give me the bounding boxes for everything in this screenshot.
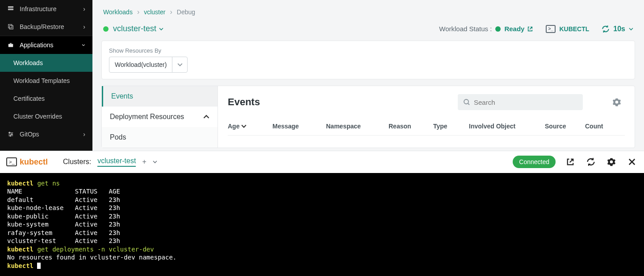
sort-desc-icon (241, 124, 247, 129)
col-namespace[interactable]: Namespace (326, 123, 389, 130)
sidebar-item-backup[interactable]: Backup/Restore › (0, 18, 92, 36)
svg-point-9 (464, 99, 468, 104)
col-type[interactable]: Type (433, 123, 469, 130)
filter-selected: Workload(vcluster) (109, 57, 172, 72)
caret-down-icon (629, 27, 633, 31)
refresh-value: 10s (613, 25, 625, 33)
col-involved[interactable]: Involved Object (469, 123, 545, 130)
svg-point-7 (11, 134, 13, 135)
term-output-row: rafay-system Active 23h (7, 229, 637, 237)
breadcrumb-current: Debug (177, 8, 195, 16)
chevron-right-icon: › (83, 23, 85, 30)
term-output-row: default Active 23h (7, 196, 637, 204)
status-dot-icon (103, 26, 109, 32)
term-output-msg: No resources found in vcluster-dev names… (7, 253, 637, 261)
sidebar-item-workload-templates[interactable]: Workload Templates (0, 72, 92, 90)
sidebar-label: Applications (20, 41, 54, 49)
sidebar-label: Infrastructure (20, 5, 56, 12)
gear-icon (612, 98, 621, 107)
events-table-header: Age Message Namespace Reason Type Involv… (228, 119, 625, 136)
external-link-icon (566, 157, 575, 166)
sidebar-item-certificates[interactable]: Certificates (0, 90, 92, 107)
svg-rect-5 (10, 43, 12, 44)
kubectl-terminal[interactable]: kubectl get ns NAME STATUS AGE default A… (0, 173, 644, 276)
breadcrumb-workloads[interactable]: Workloads (103, 8, 133, 16)
terminal-icon: >_ (546, 25, 556, 33)
chevron-up-icon (203, 114, 209, 120)
settings-button[interactable] (606, 156, 617, 168)
status-dot-icon (495, 26, 501, 32)
workload-status: Workload Status : Ready (439, 25, 533, 33)
col-message[interactable]: Message (272, 123, 326, 130)
col-age[interactable]: Age (228, 123, 272, 130)
chevron-right-icon: › (83, 131, 85, 138)
gear-icon (607, 157, 616, 166)
sidebar-item-workloads[interactable]: Workloads (0, 54, 92, 72)
svg-rect-3 (9, 25, 13, 29)
kubectl-logo: >_ kubectl (6, 157, 48, 167)
term-cmd: get deployments -n vcluster-dev (37, 246, 154, 253)
sidebar-item-gitops[interactable]: GitOps › (0, 125, 92, 143)
svg-point-6 (9, 132, 10, 133)
filter-card: Show Resources By Workload(vcluster) (101, 41, 635, 79)
title-bar: vcluster-test Workload Status : Ready >_ (101, 21, 635, 41)
sidebar-item-applications[interactable]: Applications › (0, 36, 92, 54)
term-output-row: kube-node-lease Active 23h (7, 204, 637, 212)
chevron-down-icon: › (81, 44, 88, 46)
breadcrumb-vcluster[interactable]: vcluster (144, 8, 165, 16)
filter-label: Show Resources By (109, 47, 627, 54)
kubectl-bar: >_ kubectl Clusters: vcluster-test + Con… (0, 151, 644, 173)
copy-icon (7, 23, 14, 30)
sidebar-label: Backup/Restore (20, 23, 64, 30)
kubectl-button[interactable]: >_ KUBECTL (546, 25, 589, 33)
col-reason[interactable]: Reason (389, 123, 433, 130)
tab-pods[interactable]: Pods (102, 127, 217, 148)
add-cluster-button[interactable]: + (142, 158, 146, 166)
briefcase-icon (7, 41, 14, 49)
group-label: Deployment Resources (110, 113, 184, 121)
workload-name-select[interactable]: vcluster-test (113, 24, 163, 33)
clusters-label: Clusters: (63, 158, 91, 166)
sidebar-item-cluster-overrides[interactable]: Cluster Overrides (0, 107, 92, 125)
search-box[interactable] (458, 94, 583, 110)
group-deployment-resources[interactable]: Deployment Resources (102, 107, 217, 127)
close-button[interactable] (626, 156, 638, 168)
status-ready-link[interactable]: Ready (504, 25, 533, 33)
term-output-row: kube-public Active 23h (7, 212, 637, 220)
status-value: Ready (504, 25, 524, 33)
chevron-right-icon: › (170, 8, 172, 16)
cluster-caret[interactable] (153, 158, 157, 166)
search-icon (463, 99, 470, 106)
term-output-header: NAME STATUS AGE (7, 187, 637, 195)
sidebar: Infrastructure › Backup/Restore › Applic… (0, 0, 92, 151)
workload-name: vcluster-test (113, 24, 156, 33)
connected-badge: Connected (513, 156, 556, 168)
refresh-button[interactable] (585, 156, 597, 168)
caret-down-icon (159, 27, 163, 31)
svg-rect-1 (8, 8, 13, 10)
resource-filter-select[interactable]: Workload(vcluster) (109, 57, 188, 73)
svg-point-8 (10, 135, 11, 136)
term-prompt: kubectl (7, 180, 37, 187)
term-prompt: kubectl (7, 246, 37, 253)
refresh-interval[interactable]: 10s (602, 25, 633, 33)
close-icon (627, 157, 636, 166)
sliders-icon (7, 131, 14, 138)
search-input[interactable] (474, 99, 577, 106)
sidebar-item-infrastructure[interactable]: Infrastructure › (0, 0, 92, 18)
server-icon (7, 5, 14, 12)
term-output-row: kube-system Active 23h (7, 220, 637, 228)
col-count[interactable]: Count (585, 123, 612, 130)
term-cmd: get ns (37, 180, 60, 187)
panel-title: Events (228, 96, 260, 108)
svg-rect-4 (8, 44, 13, 47)
refresh-icon (586, 157, 595, 166)
settings-button[interactable] (609, 94, 625, 110)
panel-content: Events Age Mes (218, 86, 635, 148)
chevron-right-icon: › (83, 5, 85, 12)
cluster-tab[interactable]: vcluster-test (97, 157, 136, 167)
popout-button[interactable] (565, 156, 576, 168)
svg-rect-0 (8, 6, 13, 8)
col-source[interactable]: Source (545, 123, 585, 130)
tab-events[interactable]: Events (102, 86, 217, 107)
